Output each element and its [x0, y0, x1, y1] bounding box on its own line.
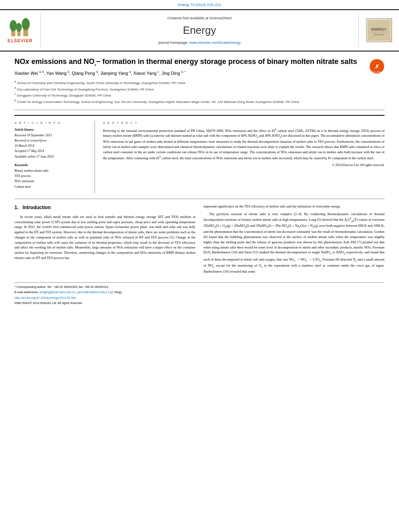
article-history: Article history: Received 18 September 2… [14, 127, 89, 159]
elsevier-logo: ELSEVIER [8, 17, 33, 44]
article-info-column: A R T I C L E I N F O Article history: R… [14, 121, 95, 193]
crossmark-icon: ✗ CrossMark [369, 59, 385, 74]
journal-center-info: Contents lists available at ScienceDirec… [40, 13, 359, 48]
abstract-header: A B S T R A C T [103, 121, 385, 125]
intro-para-2: important significance on the TES effici… [204, 204, 385, 209]
doi-text[interactable]: http://dx.doi.org/10.1016/j.energy.2014.… [14, 296, 76, 300]
affiliation-a: a School of Chemistry and Chemical Engin… [14, 80, 365, 86]
section1-label: Introduction [23, 205, 51, 210]
intro-para-1: In recent years, alkali metal nitrate sa… [14, 214, 195, 261]
svg-point-3 [10, 20, 17, 31]
history-title: Article history: [14, 127, 89, 132]
section1-title: 1. Introduction [14, 204, 195, 211]
received-revised-date: 10 March 2014 [14, 144, 89, 148]
affiliation-c: c Dongguan University of Technology, Don… [14, 92, 365, 98]
journal-header: ELSEVIER Contents lists available at Sci… [0, 9, 399, 52]
svg-text:✗: ✗ [375, 64, 379, 70]
authors-line: Xiaolan Wei a, b, Yan Wang a, Qiang Peng… [14, 70, 365, 76]
body-two-col: 1. Introduction In recent years, alkali … [14, 204, 385, 277]
email-2[interactable]: yan12@mailscut.edu.cn [77, 290, 109, 294]
article-title: NOx emissions and NO2− formation in ther… [14, 57, 365, 67]
copyright-notice: © 2014 Elsevier Ltd. All rights reserved… [103, 163, 385, 167]
energy-logo-icon: ENERGY Elsevier [367, 19, 391, 41]
section1-number: 1. [14, 205, 23, 210]
abstract-column: A B S T R A C T Referring to the nationa… [103, 121, 385, 193]
elsevier-brand-text: ELSEVIER [8, 38, 33, 44]
received-revised-label: Received in revised form [14, 138, 89, 143]
footer-section: * Corresponding author. Tel.: +86 20 393… [14, 282, 385, 306]
body-col-left: 1. Introduction In recent years, alkali … [14, 204, 195, 277]
svg-text:CrossMark: CrossMark [372, 71, 382, 73]
keywords-title: Keywords: [14, 163, 89, 167]
elsevier-tree-icon [9, 17, 31, 37]
journal-citation: Energy 74 (2014) 215–221 [0, 0, 399, 9]
email-1[interactable]: dingjing@mail.sysu.edu.cn [39, 290, 75, 294]
info-abstract-section: A R T I C L E I N F O Article history: R… [14, 115, 385, 193]
accepted-date: Accepted 17 May 2014 [14, 149, 89, 153]
elsevier-logo-area: ELSEVIER [4, 17, 36, 44]
article-content: NOx emissions and NO2− formation in ther… [0, 51, 399, 310]
energy-logo-area: ENERGY Elsevier [363, 18, 395, 42]
energy-logo-box: ENERGY Elsevier [366, 18, 392, 42]
sciencedirect-line: Contents lists available at ScienceDirec… [49, 16, 350, 21]
article-info-header: A R T I C L E I N F O [14, 121, 89, 125]
svg-point-4 [16, 23, 22, 32]
sciencedirect-prefix: Contents lists available at ScienceDirec… [167, 16, 232, 20]
affiliation-d: d Center for Energy Conservation Technol… [14, 99, 365, 105]
received-date: Received 18 September 2013 [14, 133, 89, 138]
article-title-area: NOx emissions and NO2− formation in ther… [14, 57, 365, 105]
svg-text:Elsevier: Elsevier [374, 33, 385, 36]
keyword-1: Binary molten nitrate salts [14, 168, 89, 173]
svg-point-5 [22, 18, 30, 30]
body-content: 1. Introduction In recent years, alkali … [14, 199, 385, 277]
abstract-text: Referring to the national environmental … [103, 127, 385, 161]
crossmark-area: ✗ CrossMark [369, 57, 385, 76]
keyword-3: NOx emissions [14, 179, 89, 183]
body-col-right: important significance on the TES effici… [204, 204, 385, 277]
page: Energy 74 (2014) 215–221 ELSEVIER Conten… [0, 0, 399, 311]
svg-text:ENERGY: ENERGY [371, 27, 387, 31]
email-note: E-mail addresses: dingjing@mail.sysu.edu… [14, 290, 385, 295]
affiliations: a School of Chemistry and Chemical Engin… [14, 80, 365, 105]
email-name: (J. Ding). [110, 290, 122, 294]
intro-para-3: The pyrolysis reaction of nitrate salts … [204, 212, 385, 274]
keyword-4: Carbon steel [14, 185, 89, 189]
issn-line: 0360-5442/© 2014 Elsevier Ltd. All right… [14, 301, 385, 306]
available-online: Available online 17 June 2014 [14, 154, 89, 159]
doi-link[interactable]: http://dx.doi.org/10.1016/j.energy.2014.… [14, 296, 385, 300]
email-label: E-mail addresses: [14, 290, 39, 294]
affiliation-b: b Key Laboratory of Fuel Cell Technology… [14, 86, 365, 92]
journal-homepage: journal homepage: www.elsevier.com/locat… [49, 40, 350, 45]
citation-text: Energy 74 (2014) 215–221 [178, 3, 221, 7]
corresponding-author-note: * Corresponding author. Tel.: +86 20 393… [14, 285, 385, 290]
article-title-section: NOx emissions and NO2− formation in ther… [14, 57, 385, 110]
keyword-2: TES process [14, 174, 89, 178]
keywords-section: Keywords: Binary molten nitrate salts TE… [14, 163, 89, 189]
homepage-link[interactable]: www.elsevier.com/locate/energy [189, 41, 241, 45]
journal-title: Energy [49, 23, 350, 37]
